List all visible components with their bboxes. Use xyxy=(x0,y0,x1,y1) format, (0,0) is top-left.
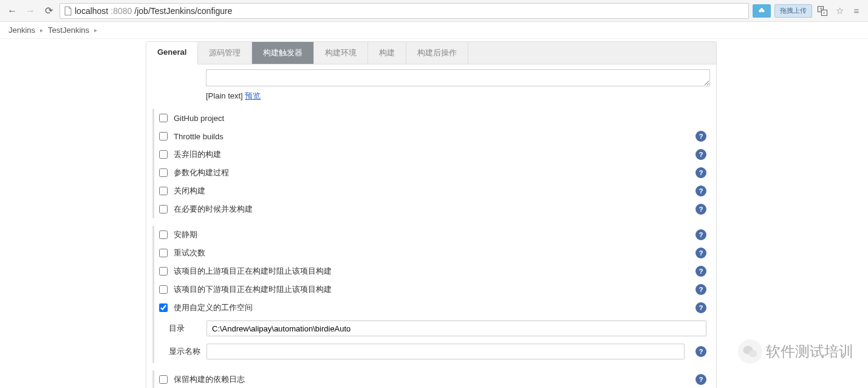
help-icon[interactable]: ? xyxy=(695,302,706,313)
input-directory[interactable] xyxy=(207,320,706,336)
plain-text-label: [Plain text] xyxy=(206,91,243,100)
section-advanced-options: 安静期 ? 重试次数 ? 该项目的上游项目正在构建时阻止该项目构建 ? 该项目的… xyxy=(152,226,710,363)
breadcrumb-sep-icon: ▸ xyxy=(40,27,43,33)
cloud-icon xyxy=(757,7,766,15)
option-parameterized: 参数化构建过程 ? xyxy=(154,164,710,182)
section-misc-options: 保留构建的依赖日志 ? xyxy=(152,370,710,388)
browser-toolbar: ← → ⟳ localhost:8080/job/TestJenkins/con… xyxy=(0,0,868,22)
url-port: :8080 xyxy=(111,6,132,16)
svg-text:文: 文 xyxy=(819,7,823,11)
menu-icon[interactable]: ≡ xyxy=(850,4,863,18)
breadcrumb-jenkins[interactable]: Jenkins xyxy=(9,26,35,35)
field-directory: 目录 xyxy=(154,317,710,340)
config-content: [Plain text] 预览 GitHub project Throttle … xyxy=(146,64,717,388)
bookmark-icon[interactable]: ☆ xyxy=(833,4,846,18)
field-display-name: 显示名称 ? xyxy=(154,340,710,363)
config-tabs: General 源码管理 构建触发器 构建环境 构建 构建后操作 xyxy=(146,41,717,64)
label-github-project: GitHub project xyxy=(174,114,706,123)
help-icon[interactable]: ? xyxy=(695,266,706,277)
help-icon[interactable]: ? xyxy=(695,248,706,258)
option-keep-deps: 保留构建的依赖日志 ? xyxy=(154,370,710,388)
label-display-name: 显示名称 xyxy=(169,346,200,357)
tab-env[interactable]: 构建环境 xyxy=(314,42,368,64)
option-disable-build: 关闭构建 ? xyxy=(154,182,710,200)
checkbox-keep-deps[interactable] xyxy=(159,375,168,384)
help-icon[interactable]: ? xyxy=(695,149,706,160)
main-content: General 源码管理 构建触发器 构建环境 构建 构建后操作 [Plain … xyxy=(146,39,717,388)
option-github-project: GitHub project xyxy=(154,109,710,127)
page-icon xyxy=(64,6,72,16)
help-icon[interactable]: ? xyxy=(695,346,706,357)
toolbar-right: 拖拽上传 文A ☆ ≡ xyxy=(753,4,863,18)
checkbox-retry-count[interactable] xyxy=(159,249,168,257)
right-spacer xyxy=(717,39,868,388)
option-block-upstream: 该项目的上游项目正在构建时阻止该项目构建 ? xyxy=(154,262,710,280)
checkbox-block-upstream[interactable] xyxy=(159,267,168,275)
input-display-name[interactable] xyxy=(207,344,685,359)
url-host: localhost xyxy=(75,6,108,16)
tab-triggers[interactable]: 构建触发器 xyxy=(252,42,314,64)
extension-upload[interactable]: 拖拽上传 xyxy=(774,4,812,18)
tab-build[interactable]: 构建 xyxy=(368,42,406,64)
label-disable-build: 关闭构建 xyxy=(174,185,691,196)
breadcrumb-testjenkins[interactable]: TestJenkins xyxy=(48,26,89,35)
checkbox-github-project[interactable] xyxy=(159,114,168,122)
label-retry-count: 重试次数 xyxy=(174,248,691,258)
checkbox-custom-workspace[interactable] xyxy=(159,303,168,312)
help-icon[interactable]: ? xyxy=(695,185,706,196)
help-icon[interactable]: ? xyxy=(695,229,706,240)
extension-bdyun[interactable] xyxy=(753,4,771,18)
help-icon[interactable]: ? xyxy=(695,284,706,295)
tab-scm[interactable]: 源码管理 xyxy=(198,42,252,64)
checkbox-parameterized[interactable] xyxy=(159,168,168,177)
label-concurrent: 在必要的时候并发构建 xyxy=(174,204,691,215)
option-throttle-builds: Throttle builds ? xyxy=(154,127,710,145)
reload-button[interactable]: ⟳ xyxy=(41,4,56,18)
label-throttle-builds: Throttle builds xyxy=(174,132,691,141)
option-retry-count: 重试次数 ? xyxy=(154,244,710,262)
help-icon[interactable]: ? xyxy=(695,167,706,178)
label-parameterized: 参数化构建过程 xyxy=(174,167,691,178)
option-concurrent: 在必要的时候并发构建 ? xyxy=(154,200,710,218)
checkbox-concurrent[interactable] xyxy=(159,205,168,213)
sidebar-spacer xyxy=(0,39,146,388)
description-hint: [Plain text] 预览 xyxy=(206,91,710,102)
preview-link[interactable]: 预览 xyxy=(245,91,261,100)
checkbox-block-downstream[interactable] xyxy=(159,285,168,294)
help-icon[interactable]: ? xyxy=(695,204,706,215)
option-quiet-period: 安静期 ? xyxy=(154,226,710,244)
label-block-downstream: 该项目的下游项目正在构建时阻止该项目构建 xyxy=(174,284,691,295)
option-custom-workspace: 使用自定义的工作空间 ? xyxy=(154,299,710,317)
label-block-upstream: 该项目的上游项目正在构建时阻止该项目构建 xyxy=(174,266,691,277)
back-button[interactable]: ← xyxy=(5,4,19,18)
checkbox-throttle-builds[interactable] xyxy=(159,132,168,140)
translate-icon[interactable]: 文A xyxy=(816,4,829,18)
description-textarea[interactable] xyxy=(206,69,710,86)
url-path: /job/TestJenkins/configure xyxy=(134,6,232,16)
checkbox-quiet-period[interactable] xyxy=(159,230,168,239)
option-discard-old: 丢弃旧的构建 ? xyxy=(154,145,710,164)
checkbox-discard-old[interactable] xyxy=(159,150,168,159)
label-discard-old: 丢弃旧的构建 xyxy=(174,149,691,160)
option-block-downstream: 该项目的下游项目正在构建时阻止该项目构建 ? xyxy=(154,280,710,299)
label-custom-workspace: 使用自定义的工作空间 xyxy=(174,302,691,313)
address-bar[interactable]: localhost:8080/job/TestJenkins/configure xyxy=(60,3,749,19)
page: General 源码管理 构建触发器 构建环境 构建 构建后操作 [Plain … xyxy=(0,39,868,388)
breadcrumb: Jenkins ▸ TestJenkins ▸ xyxy=(0,22,868,39)
svg-text:A: A xyxy=(823,11,825,15)
forward-button[interactable]: → xyxy=(23,4,38,18)
description-area: [Plain text] 预览 xyxy=(206,69,710,102)
label-quiet-period: 安静期 xyxy=(174,229,691,240)
label-keep-deps: 保留构建的依赖日志 xyxy=(174,374,691,385)
help-icon[interactable]: ? xyxy=(695,131,706,142)
help-icon[interactable]: ? xyxy=(695,374,706,385)
tab-post[interactable]: 构建后操作 xyxy=(406,42,468,64)
breadcrumb-sep-icon: ▸ xyxy=(94,27,97,33)
tab-general[interactable]: General xyxy=(146,42,198,64)
checkbox-disable-build[interactable] xyxy=(159,187,168,195)
label-directory: 目录 xyxy=(169,323,200,334)
section-general-options: GitHub project Throttle builds ? 丢弃旧的构建 … xyxy=(152,109,710,218)
svg-point-2 xyxy=(760,8,764,11)
